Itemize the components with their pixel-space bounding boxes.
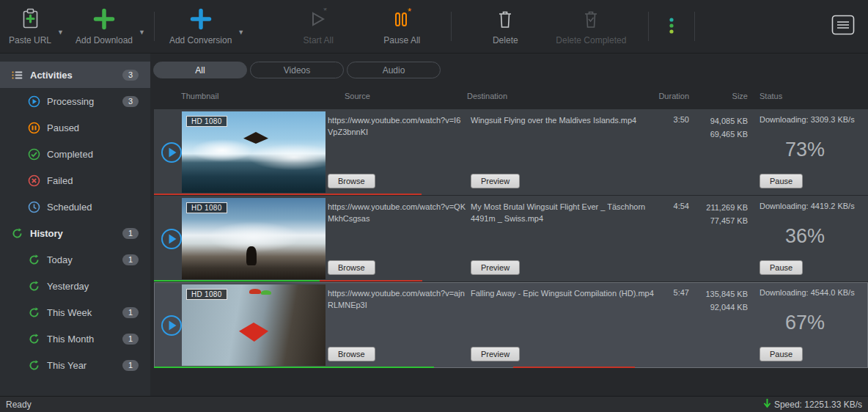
sidebar-item-label: Scheduled — [47, 202, 92, 213]
browse-button[interactable]: Browse — [328, 174, 375, 188]
add-download-button[interactable]: Add Download — [67, 0, 141, 53]
speed-text: Speed: 12251.33 KB/s — [774, 400, 862, 410]
sidebar-item-label: This Month — [47, 334, 94, 345]
status-text: Downloading: 3309.3 KB/s — [760, 115, 868, 124]
sidebar-item-this-month[interactable]: This Month 1 — [0, 325, 150, 352]
status-bar: Ready Speed: 12251.33 KB/s — [0, 396, 868, 412]
paste-url-dropdown-arrow[interactable]: ▼ — [57, 29, 64, 36]
column-header-thumbnail[interactable]: Thumbnail — [181, 92, 218, 100]
delete-button[interactable]: Delete — [479, 0, 531, 53]
preview-button[interactable]: Preview — [471, 347, 520, 361]
toolbar-separator — [694, 12, 695, 41]
column-header-destination[interactable]: Destination — [467, 92, 507, 100]
failed-x-icon — [28, 174, 40, 187]
row-play-button[interactable] — [161, 314, 183, 336]
pause-button[interactable]: Pause — [760, 260, 803, 275]
size-downloaded: 77,457 KB — [682, 215, 748, 228]
sidebar-item-failed[interactable]: Failed — [0, 167, 150, 194]
quality-badge: HD 1080 — [186, 116, 227, 127]
this-week-refresh-icon — [28, 306, 40, 319]
video-thumbnail[interactable]: HD 1080 — [182, 198, 326, 279]
download-row[interactable]: HD 1080 https://www.youtube.com/watch?v=… — [154, 109, 868, 195]
sidebar-item-this-year[interactable]: This Year 1 — [0, 352, 150, 378]
sidebar-item-completed[interactable]: Completed — [0, 141, 150, 167]
delete-completed-label: Delete Completed — [556, 35, 626, 45]
destination-filename: Wingsuit Flying over the Maldives Island… — [471, 115, 655, 127]
sidebar-item-activities[interactable]: Activities 3 — [0, 62, 150, 88]
start-all-play-icon: * — [308, 8, 328, 30]
progress-line — [154, 280, 320, 282]
column-header-duration[interactable]: Duration — [649, 92, 689, 100]
delete-completed-button[interactable]: Delete Completed — [547, 0, 635, 53]
column-header-source[interactable]: Source — [345, 92, 370, 100]
sidebar-item-yesterday[interactable]: Yesterday — [0, 273, 150, 299]
video-thumbnail[interactable]: HD 1080 — [182, 111, 326, 193]
toolbar: Paste URL ▼ Add Download ▼ Add Conversio… — [0, 0, 868, 54]
row-play-button[interactable] — [161, 228, 183, 250]
preview-button[interactable]: Preview — [471, 174, 520, 188]
sidebar-item-label: Completed — [47, 149, 93, 160]
toolbar-separator — [154, 12, 155, 41]
paste-url-label: Paste URL — [9, 35, 51, 45]
source-url: https://www.youtube.com/watch?v=QKMkhCsg… — [328, 202, 466, 225]
sidebar-item-badge: 3 — [122, 96, 139, 107]
start-all-button[interactable]: * Start All — [293, 0, 344, 53]
progress-line — [320, 280, 422, 282]
sidebar-item-badge: 1 — [122, 307, 139, 318]
sidebar-item-processing[interactable]: Processing 3 — [0, 88, 150, 114]
svg-text:*: * — [408, 8, 411, 17]
preview-button[interactable]: Preview — [471, 260, 520, 275]
add-conversion-plus-icon — [190, 8, 212, 30]
pause-all-icon: * — [391, 8, 412, 30]
pause-button[interactable]: Pause — [760, 347, 803, 361]
browse-button[interactable]: Browse — [328, 260, 375, 275]
pause-button[interactable]: Pause — [760, 174, 803, 188]
add-conversion-label: Add Conversion — [169, 35, 232, 45]
sidebar-item-badge: 1 — [122, 360, 139, 371]
sidebar-item-today[interactable]: Today 1 — [0, 246, 150, 273]
add-conversion-dropdown-arrow[interactable]: ▼ — [238, 29, 244, 36]
sidebar-item-paused[interactable]: Paused — [0, 114, 150, 141]
sidebar: Activities 3 Processing 3 Paused Complet… — [0, 54, 150, 396]
sidebar-item-this-week[interactable]: This Week 1 — [0, 299, 150, 325]
size-total: 135,845 KB — [682, 288, 748, 301]
destination-filename: My Most Brutal Wingsuit Flight Ever _ Tä… — [471, 202, 655, 225]
sidebar-item-label: Processing — [47, 96, 94, 107]
processing-play-icon — [28, 95, 40, 108]
column-header-status[interactable]: Status — [760, 92, 782, 100]
pause-all-button[interactable]: * Pause All — [375, 0, 429, 53]
toolbar-separator — [451, 12, 452, 41]
parachute-canopy — [261, 290, 271, 295]
column-header-size[interactable]: Size — [696, 92, 748, 100]
sidebar-item-badge: 1 — [122, 334, 139, 345]
quality-badge: HD 1080 — [186, 289, 227, 300]
download-row-selected[interactable]: HD 1080 https://www.youtube.com/watch?v=… — [154, 282, 868, 368]
paste-url-clipboard-icon — [21, 8, 40, 30]
sidebar-item-history[interactable]: History 1 — [0, 220, 150, 246]
more-options-dots-button[interactable] — [655, 0, 688, 53]
paste-url-button[interactable]: Paste URL — [0, 0, 60, 53]
destination-filename: Falling Away - Epic Wingsuit Compilation… — [471, 288, 655, 300]
video-thumbnail[interactable]: HD 1080 — [182, 284, 326, 366]
tab-videos[interactable]: Videos — [250, 62, 344, 78]
size-downloaded: 92,044 KB — [682, 301, 748, 314]
add-conversion-button[interactable]: Add Conversion — [161, 0, 240, 53]
tab-videos-label: Videos — [284, 65, 310, 76]
size-downloaded: 69,465 KB — [682, 128, 748, 141]
menu-button[interactable] — [818, 0, 868, 53]
add-download-dropdown-arrow[interactable]: ▼ — [139, 29, 145, 36]
add-download-label: Add Download — [76, 35, 133, 45]
svg-text:*: * — [323, 8, 327, 16]
tab-audio[interactable]: Audio — [347, 62, 441, 78]
sidebar-item-scheduled[interactable]: Scheduled — [0, 194, 150, 220]
sidebar-item-label: Yesterday — [47, 281, 89, 292]
yesterday-refresh-icon — [28, 280, 40, 293]
sidebar-item-label: Paused — [47, 122, 79, 133]
browse-button[interactable]: Browse — [328, 347, 375, 361]
row-play-button[interactable] — [161, 141, 183, 163]
tab-all[interactable]: All — [153, 62, 247, 78]
size-total: 211,269 KB — [682, 202, 748, 215]
download-arrow-icon — [763, 398, 771, 411]
download-row[interactable]: HD 1080 https://www.youtube.com/watch?v=… — [154, 196, 868, 282]
climber-figure — [246, 246, 257, 265]
